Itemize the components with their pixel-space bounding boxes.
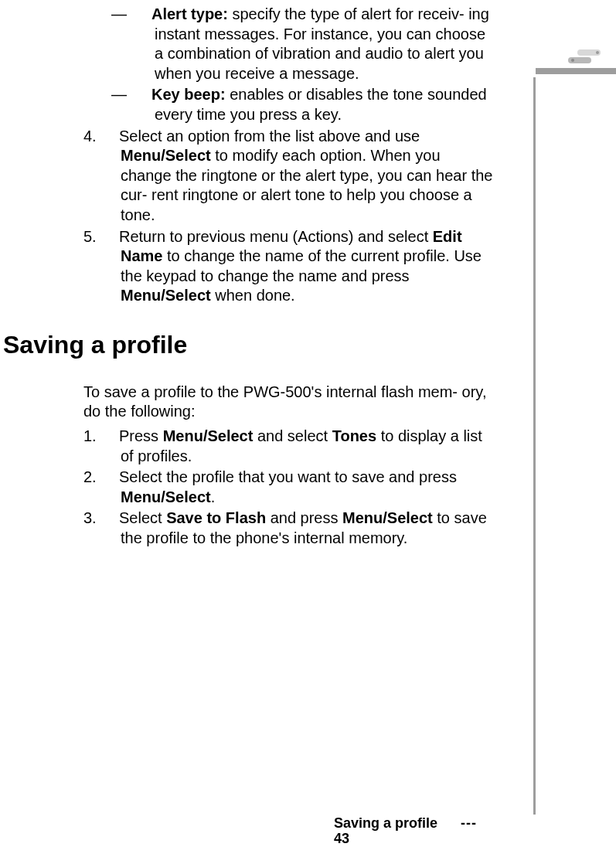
sub-item: —Key beep: enables or disables the tone …: [133, 85, 495, 124]
numbered-item: 3.Select Save to Flash and press Menu/Se…: [102, 509, 495, 548]
numbered-item: 4.Select an option from the list above a…: [102, 127, 495, 226]
svg-point-3: [596, 51, 599, 54]
side-rule: [533, 77, 536, 815]
section-intro: To save a profile to the PWG-500's inter…: [83, 383, 495, 422]
numbered-item: 2.Select the profile that you want to sa…: [102, 468, 495, 507]
section-heading: Saving a profile: [3, 329, 495, 361]
sub-item: —Alert type: specify the type of alert f…: [133, 5, 495, 83]
carryover-numbered: 4.Select an option from the list above a…: [0, 127, 495, 306]
footer-page: 43: [334, 831, 349, 846]
numbered-item: 5.Return to previous menu (Actions) and …: [102, 227, 495, 306]
page: —Alert type: specify the type of alert f…: [0, 0, 616, 864]
section-numbered: 1.Press Menu/Select and select Tones to …: [0, 427, 495, 549]
body-content: —Alert type: specify the type of alert f…: [0, 5, 502, 550]
numbered-item: 1.Press Menu/Select and select Tones to …: [102, 427, 495, 466]
footer-title: Saving a profile: [334, 815, 437, 831]
svg-point-2: [571, 59, 574, 62]
footer-dashes: ---: [461, 815, 477, 831]
page-footer: Saving a profile --- 43: [334, 815, 496, 847]
phone-tab-icon: [567, 46, 604, 72]
carryover-sub-items: —Alert type: specify the type of alert f…: [0, 5, 495, 125]
